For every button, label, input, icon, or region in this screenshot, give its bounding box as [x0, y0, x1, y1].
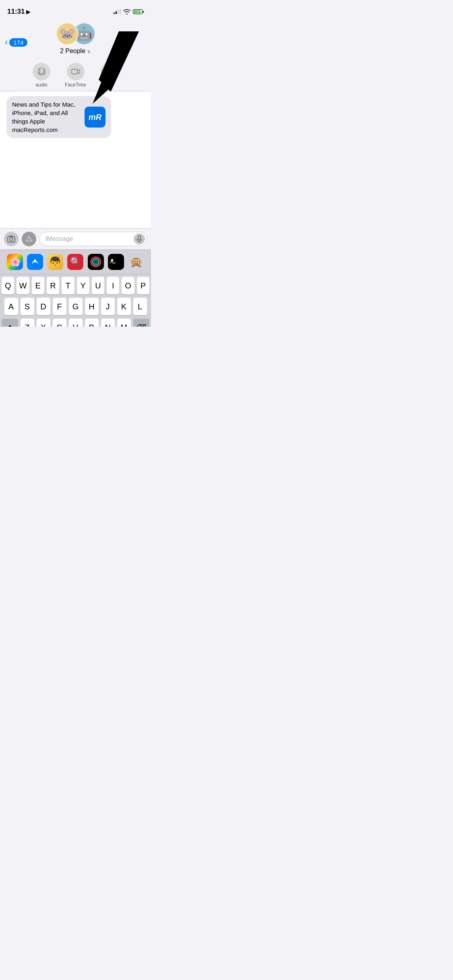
voice-button[interactable] — [134, 233, 145, 245]
activity-app-icon[interactable] — [88, 254, 104, 270]
imessage-placeholder: iMessage — [46, 235, 73, 243]
backspace-key[interactable]: ⌫ — [133, 319, 150, 327]
svg-point-7 — [10, 238, 13, 241]
avatars-row: 🐭 🤖 — [56, 23, 95, 45]
keyboard-row-3: ⬆ Z X C V B N M ⌫ — [0, 316, 151, 327]
key-C[interactable]: C — [53, 319, 66, 327]
message-text: News and Tips for Mac, iPhone, iPad, and… — [12, 100, 81, 126]
audio-icon — [33, 63, 50, 80]
key-U[interactable]: U — [92, 277, 104, 294]
status-bar: 11:31 ▶ ⚡ — [0, 0, 151, 18]
audio-label: audio — [35, 82, 47, 88]
keyboard-row-2: A S D F G H J K L — [0, 295, 151, 316]
key-B[interactable]: B — [85, 319, 99, 327]
search-app-icon[interactable]: 🔍 — [67, 254, 83, 270]
key-A[interactable]: A — [4, 298, 18, 315]
group-name[interactable]: 2 People ∨ — [60, 47, 91, 55]
photos-app-icon[interactable]: 🌸 — [7, 254, 23, 270]
status-icons: ⚡ — [114, 9, 144, 14]
facetime-label: FaceTime — [65, 82, 86, 88]
svg-rect-6 — [8, 237, 15, 242]
keyboard: Q W E R T Y U I O P A S D F G H J K L ⬆ … — [0, 274, 151, 327]
facetime-icon — [67, 63, 85, 80]
applepay-app-icon[interactable]: Pay — [108, 254, 124, 270]
key-H[interactable]: H — [85, 298, 99, 315]
svg-rect-1 — [72, 69, 77, 74]
battery-icon: ⚡ — [133, 9, 144, 14]
svg-point-13 — [94, 260, 97, 264]
key-W[interactable]: W — [17, 277, 29, 294]
key-X[interactable]: X — [37, 319, 50, 327]
key-Z[interactable]: Z — [21, 319, 34, 327]
signal-icon — [114, 9, 121, 14]
action-row: audio FaceTime i info — [0, 58, 151, 91]
key-P[interactable]: P — [137, 277, 149, 294]
appstore-app-icon[interactable] — [27, 254, 43, 270]
svg-text:i: i — [109, 69, 110, 75]
back-chevron-icon: ‹ — [5, 38, 8, 47]
chevron-down-icon: ∨ — [87, 48, 91, 54]
shift-key[interactable]: ⬆ — [2, 319, 18, 327]
key-F[interactable]: F — [53, 298, 66, 315]
key-R[interactable]: R — [47, 277, 59, 294]
message-content: News and Tips for Mac, iPhone, iPad, and… — [12, 100, 81, 134]
info-icon: i — [101, 63, 118, 80]
facetime-button[interactable]: FaceTime — [65, 63, 86, 88]
back-button[interactable]: ‹ 174 — [5, 38, 27, 47]
messages-area: News and Tips for Mac, iPhone, iPad, and… — [0, 91, 151, 148]
key-Q[interactable]: Q — [2, 277, 14, 294]
imessage-input[interactable]: iMessage — [39, 232, 147, 246]
group-header: 🐭 🤖 2 People ∨ — [0, 19, 151, 55]
info-label: info — [105, 82, 113, 88]
mr-logo: mR — [85, 107, 105, 128]
key-L[interactable]: L — [133, 298, 147, 315]
audio-button[interactable]: audio — [33, 63, 50, 88]
camera-button[interactable] — [4, 232, 19, 246]
wifi-icon — [123, 9, 130, 14]
key-S[interactable]: S — [21, 298, 34, 315]
key-V[interactable]: V — [69, 319, 83, 327]
key-N[interactable]: N — [101, 319, 115, 327]
key-O[interactable]: O — [122, 277, 134, 294]
key-D[interactable]: D — [37, 298, 50, 315]
svg-rect-9 — [138, 236, 141, 240]
app-icons-row: 🌸 👦 🔍 Pay 🙊 — [0, 249, 151, 274]
nav-header: ‹ 174 🐭 🤖 2 People ∨ — [0, 18, 151, 58]
key-Y[interactable]: Y — [77, 277, 89, 294]
key-E[interactable]: E — [32, 277, 44, 294]
apps-button[interactable] — [22, 232, 36, 246]
key-T[interactable]: T — [62, 277, 74, 294]
status-time: 11:31 ▶ — [7, 8, 30, 16]
key-I[interactable]: I — [107, 277, 119, 294]
location-icon: ▶ — [26, 9, 30, 15]
keyboard-row-1: Q W E R T Y U I O P — [0, 274, 151, 295]
key-G[interactable]: G — [69, 298, 83, 315]
back-badge[interactable]: 174 — [9, 38, 27, 47]
empty-messages-space — [0, 148, 151, 228]
info-button[interactable]: i info — [101, 63, 118, 88]
input-bar: iMessage — [0, 228, 151, 249]
message-bubble: News and Tips for Mac, iPhone, iPad, and… — [6, 96, 111, 138]
key-M[interactable]: M — [117, 319, 131, 327]
message-domain: macReports.com — [12, 126, 81, 134]
memoji-app-icon[interactable]: 👦 — [47, 254, 63, 270]
key-J[interactable]: J — [101, 298, 115, 315]
monkey-app-icon[interactable]: 🙊 — [128, 254, 144, 270]
message-row: News and Tips for Mac, iPhone, iPad, and… — [6, 96, 145, 138]
svg-point-12 — [93, 259, 99, 265]
key-K[interactable]: K — [117, 298, 131, 315]
avatar-mouse: 🐭 — [56, 23, 79, 45]
